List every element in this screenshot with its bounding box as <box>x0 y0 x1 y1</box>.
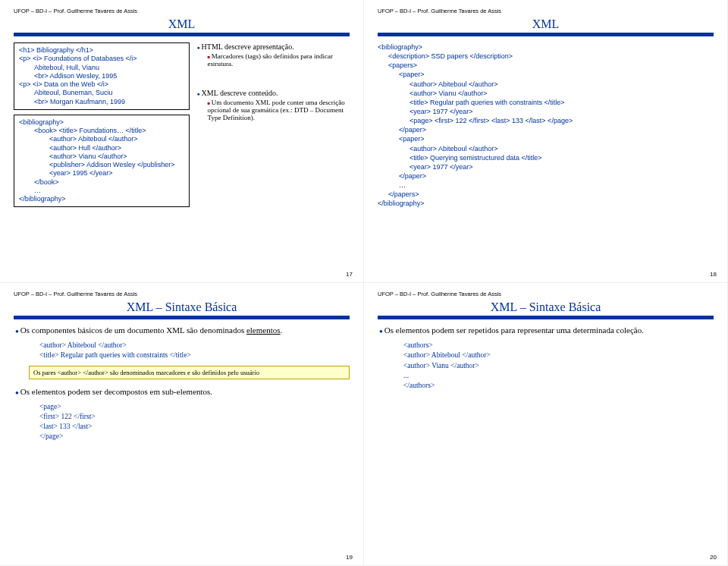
code-line: <paper> <box>399 134 714 143</box>
code-line: <author> Abiteboul </author> <box>410 80 714 89</box>
slide-18: UFOP – BD-I – Prof. Guilherme Tavares de… <box>364 0 728 283</box>
subbullet-tags: Marcadores (tags) são definidos para ind… <box>208 52 350 68</box>
bullet-html: HTML descreve apresentação. <box>197 42 350 51</box>
code-line: … <box>34 187 184 195</box>
slide-header: UFOP – BD-I – Prof. Guilherme Tavares de… <box>378 8 714 14</box>
page-number: 20 <box>710 554 717 561</box>
subbullet-dtd: Um documento XML pode conter uma descriç… <box>208 99 350 121</box>
example-author-1: <author> Abiteboul </author> <box>403 351 714 360</box>
callout-markers: Os pares <author> </author> são denomina… <box>29 366 350 379</box>
text-span: Os componentes básicos de um documento X… <box>20 325 246 335</box>
slide-17: UFOP – BD-I – Prof. Guilherme Tavares de… <box>0 0 364 283</box>
code-line: <p> <i> Data on the Web </i> <box>19 80 184 89</box>
example-authors-close: </authors> <box>403 381 714 391</box>
html-example-box: <h1> Bibliography </h1> <p> <i> Foundati… <box>14 42 190 110</box>
code-line: </paper> <box>399 171 714 181</box>
example-ellipsis: ... <box>403 371 714 381</box>
right-column: HTML descreve apresentação. Marcadores (… <box>197 42 350 212</box>
handout-grid: UFOP – BD-I – Prof. Guilherme Tavares de… <box>0 0 728 566</box>
code-line: <page> <first> 122 </first> <last> 133 <… <box>410 116 714 125</box>
code-line: <year> 1977 </year> <box>410 162 714 171</box>
slide-title: XML – Sintaxe Básica <box>14 300 350 314</box>
slide-header: UFOP – BD-I – Prof. Guilherme Tavares de… <box>14 291 350 297</box>
xml-example-box: <bibliography> <book> <title> Foundation… <box>14 115 190 208</box>
left-column: <h1> Bibliography </h1> <p> <i> Foundati… <box>14 42 190 212</box>
title-rule <box>14 316 350 319</box>
bullet-xml: XML descreve conteúdo. <box>197 89 350 97</box>
code-line: <year> 1995 </year> <box>49 169 184 178</box>
code-line: <author> Abiteboul </author> <box>410 144 714 153</box>
code-line: <book> <title> Foundations… </title> <box>34 127 184 135</box>
code-line: </bibliography> <box>19 195 184 203</box>
example-author-2: <author> Vianu </author> <box>403 361 714 371</box>
example-author: <author> Abiteboul </author> <box>39 341 350 351</box>
code-line: <author> Hull </author> <box>49 144 184 153</box>
slide-20: UFOP – BD-I – Prof. Guilherme Tavares de… <box>364 283 728 566</box>
bullet-repeat: Os elementos podem ser repetidos para re… <box>379 325 714 335</box>
page-number: 18 <box>710 271 717 278</box>
code-line: Abiteoul, Buneman, Suciu <box>34 89 184 97</box>
slide-header: UFOP – BD-I – Prof. Guilherme Tavares de… <box>378 291 714 297</box>
code-line: <author> Vianu </author> <box>410 89 714 98</box>
example-page-open: <page> <box>39 402 350 412</box>
bullet-subelements: Os elementos podem ser decompostos em su… <box>15 387 350 396</box>
slide-title: XML <box>378 17 714 31</box>
page-number: 17 <box>346 271 353 278</box>
code-line: <year> 1977 </year> <box>410 107 714 116</box>
example-first: <first> 122 </first> <box>39 412 350 422</box>
bullet-elements: Os componentes básicos de um documento X… <box>15 325 350 335</box>
code-line: </bibliography> <box>378 199 714 208</box>
title-rule <box>378 33 714 36</box>
subbullet-dtd-text: Um documento XML pode conter uma descriç… <box>208 99 345 121</box>
code-line: </papers> <box>388 190 714 199</box>
page-number: 19 <box>346 554 353 561</box>
code-line: <title> Querying semistructured data </t… <box>410 153 714 162</box>
slide-title: XML – Sintaxe Básica <box>378 300 714 314</box>
code-line: <br> Morgan Kaufmann, 1999 <box>34 98 184 106</box>
code-line: <publisher> Addison Wesley </publisher> <box>49 161 184 169</box>
code-line: <bibliography> <box>378 42 714 52</box>
slide-19: UFOP – BD-I – Prof. Guilherme Tavares de… <box>0 283 364 566</box>
code-line: <h1> Bibliography </h1> <box>19 46 184 55</box>
code-line: <papers> <box>388 61 714 70</box>
code-line: <paper> <box>399 70 714 79</box>
slide-header: UFOP – BD-I – Prof. Guilherme Tavares de… <box>14 8 350 14</box>
code-line: <bibliography> <box>19 118 184 127</box>
code-line: <author> Vianu </author> <box>49 153 184 161</box>
text-span: . <box>281 325 283 335</box>
code-line: Abiteboul, Hull, Vianu <box>34 64 184 72</box>
slide-title: XML <box>14 17 350 31</box>
title-rule <box>378 316 714 319</box>
example-title: <title> Regular path queries with constr… <box>39 351 350 360</box>
code-line: </book> <box>34 178 184 187</box>
example-last: <last> 133 </last> <box>39 422 350 432</box>
text-elements-word: elementos <box>246 325 281 335</box>
code-line: … <box>399 181 714 190</box>
code-line: </paper> <box>399 125 714 134</box>
title-rule <box>14 33 350 36</box>
example-authors-open: <authors> <box>403 341 714 351</box>
xml-bibliography-code: <bibliography> <description> SSD papers … <box>378 42 714 209</box>
code-line: <p> <i> Foundations of Databases </i> <box>19 55 184 63</box>
code-line: <br> Addison Wesley, 1995 <box>34 72 184 80</box>
code-line: <description> SSD papers </description> <box>388 52 714 61</box>
code-line: <title> Regular path queries with constr… <box>410 98 714 107</box>
example-page-close: </page> <box>39 432 350 442</box>
code-line: <author> Abiteboul </author> <box>49 135 184 143</box>
